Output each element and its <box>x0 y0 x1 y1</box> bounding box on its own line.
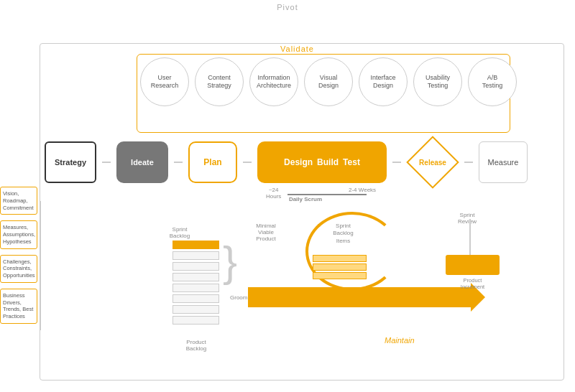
sprint-item-2 <box>313 263 367 271</box>
diagram-container: Pivot Validate UserResearch ContentStrat… <box>0 0 575 392</box>
product-backlog-label: ProductBacklog <box>175 339 218 352</box>
weeks-label: 2-4 Weeks <box>349 187 376 193</box>
process-row: Strategy Ideate Plan Design Build Test R… <box>45 136 528 188</box>
validate-label: Validate <box>280 45 314 53</box>
sprint-backlog-label: SprintBacklog <box>162 226 198 239</box>
big-orange-arrow <box>248 287 471 307</box>
circle-user-research: UserResearch <box>140 57 189 106</box>
strategy-label: Strategy <box>55 158 86 167</box>
backlog-item-5 <box>172 284 219 292</box>
left-label-measures: Measures,Assumptions,Hypotheses <box>0 220 37 248</box>
build-label: Build <box>317 157 339 167</box>
sprint-area: ~24Hours Daily Scrum 2-4 Weeks SprintBac… <box>162 183 507 359</box>
circle-visual-design: VisualDesign <box>304 57 353 106</box>
left-vert-line <box>40 201 41 330</box>
product-increment: ProductIncrement <box>446 255 500 290</box>
connector-2 <box>174 162 183 163</box>
curly-brace: } <box>223 241 237 284</box>
pivot-label: Pivot <box>277 3 298 11</box>
circle-ab-testing: A/BTesting <box>468 57 517 106</box>
sprint-items-stack <box>313 255 367 281</box>
sprint-item-3 <box>313 272 367 279</box>
backlog-item-7 <box>172 305 219 314</box>
ideate-box: Ideate <box>116 141 168 183</box>
plan-box: Plan <box>188 141 237 183</box>
release-label: Release <box>419 159 446 167</box>
left-label-challenges: Challenges,Constraints,Opportunities <box>0 255 37 283</box>
measure-box: Measure <box>479 141 528 183</box>
daily-scrum-label: Daily Scrum <box>288 196 323 202</box>
connector-5 <box>464 162 473 163</box>
product-increment-label: ProductIncrement <box>446 277 500 290</box>
connector-3 <box>243 162 252 163</box>
top-arrow <box>288 194 367 195</box>
backlog-item-8 <box>172 316 219 325</box>
release-diamond: Release <box>407 136 459 188</box>
connector-4 <box>392 162 401 163</box>
sprint-review-label: SprintReview <box>446 212 489 225</box>
groom-label: Groom <box>230 294 247 301</box>
circle-usability-testing: UsabilityTesting <box>413 57 462 106</box>
sprint-item-1 <box>313 255 367 262</box>
backlog-item-6 <box>172 294 219 303</box>
plan-label: Plan <box>203 157 221 167</box>
backlog-stack <box>172 241 219 327</box>
measure-label: Measure <box>488 158 519 167</box>
left-label-business: BusinessDrivers,Trends, BestPractices <box>0 289 37 324</box>
circle-information-architecture: InformationArchitecture <box>249 57 298 106</box>
mvp-label: MinimalViableProduct <box>241 223 291 242</box>
backlog-item-4 <box>172 273 219 281</box>
design-label: Design <box>284 157 313 167</box>
connector-1 <box>102 162 111 163</box>
left-labels: Vision,Roadmap,Commitment Measures,Assum… <box>0 187 37 330</box>
ideate-label: Ideate <box>131 158 154 167</box>
backlog-item-1 <box>172 241 219 249</box>
backlog-item-2 <box>172 251 219 260</box>
test-label: Test <box>343 157 360 167</box>
sprint-items-label: SprintBacklogItems <box>316 223 370 245</box>
circle-interface-design: InterfaceDesign <box>359 57 408 106</box>
circles-row: UserResearch ContentStrategy Information… <box>140 57 517 106</box>
backlog-item-3 <box>172 262 219 271</box>
left-label-vision: Vision,Roadmap,Commitment <box>0 187 37 215</box>
maintain-label: Maintain <box>385 336 415 345</box>
strategy-box: Strategy <box>45 141 96 183</box>
dbt-box: Design Build Test <box>257 141 387 183</box>
circle-content-strategy: ContentStrategy <box>195 57 244 106</box>
hours-label: ~24Hours <box>266 187 281 200</box>
product-increment-box <box>446 255 500 275</box>
